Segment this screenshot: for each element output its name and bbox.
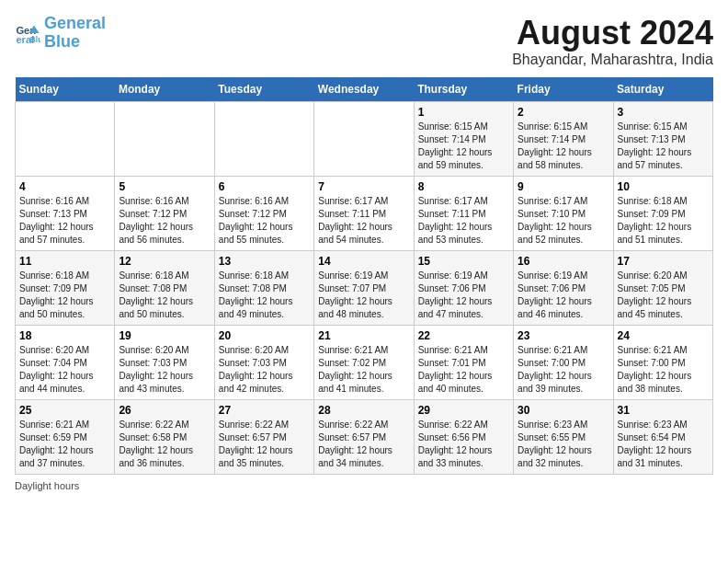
calendar-cell: 7Sunrise: 6:17 AM Sunset: 7:11 PM Daylig… — [314, 176, 414, 250]
day-number: 18 — [19, 329, 110, 342]
day-number: 22 — [418, 329, 509, 342]
day-number: 19 — [119, 329, 210, 342]
calendar-cell: 9Sunrise: 6:17 AM Sunset: 7:10 PM Daylig… — [514, 176, 613, 250]
footer-note: Daylight hours — [15, 480, 713, 491]
header: Gen eral Blue General Blue August 2024 B… — [15, 15, 713, 68]
calendar-cell: 22Sunrise: 6:21 AM Sunset: 7:01 PM Dayli… — [414, 325, 513, 399]
calendar-cell: 25Sunrise: 6:21 AM Sunset: 6:59 PM Dayli… — [16, 399, 115, 474]
day-number: 29 — [418, 404, 509, 417]
day-info: Sunrise: 6:18 AM Sunset: 7:09 PM Dayligh… — [618, 195, 709, 247]
day-number: 13 — [219, 255, 310, 268]
calendar-cell — [16, 101, 115, 176]
header-day-thursday: Thursday — [414, 77, 513, 102]
calendar-header-row: SundayMondayTuesdayWednesdayThursdayFrid… — [16, 77, 713, 102]
day-number: 8 — [418, 180, 509, 193]
calendar-cell: 31Sunrise: 6:23 AM Sunset: 6:54 PM Dayli… — [613, 399, 712, 474]
logo-text: General Blue — [44, 15, 106, 52]
main-title: August 2024 — [512, 15, 713, 52]
calendar-cell — [115, 101, 214, 176]
calendar-cell: 26Sunrise: 6:22 AM Sunset: 6:58 PM Dayli… — [115, 399, 214, 474]
day-info: Sunrise: 6:20 AM Sunset: 7:04 PM Dayligh… — [19, 344, 110, 396]
day-info: Sunrise: 6:16 AM Sunset: 7:12 PM Dayligh… — [219, 195, 310, 247]
header-day-tuesday: Tuesday — [214, 77, 313, 102]
header-day-monday: Monday — [115, 77, 214, 102]
calendar-table: SundayMondayTuesdayWednesdayThursdayFrid… — [15, 77, 713, 475]
day-number: 25 — [19, 404, 110, 417]
day-number: 20 — [219, 329, 310, 342]
day-number: 12 — [119, 255, 210, 268]
calendar-cell: 3Sunrise: 6:15 AM Sunset: 7:13 PM Daylig… — [613, 101, 712, 176]
day-number: 14 — [318, 255, 409, 268]
day-info: Sunrise: 6:22 AM Sunset: 6:58 PM Dayligh… — [119, 419, 210, 470]
calendar-cell — [314, 101, 414, 176]
day-info: Sunrise: 6:15 AM Sunset: 7:14 PM Dayligh… — [518, 121, 609, 172]
day-info: Sunrise: 6:21 AM Sunset: 7:00 PM Dayligh… — [618, 344, 709, 396]
calendar-cell: 14Sunrise: 6:19 AM Sunset: 7:07 PM Dayli… — [314, 250, 414, 325]
header-day-friday: Friday — [514, 77, 613, 102]
day-info: Sunrise: 6:21 AM Sunset: 7:01 PM Dayligh… — [418, 344, 509, 396]
day-info: Sunrise: 6:15 AM Sunset: 7:14 PM Dayligh… — [418, 121, 509, 172]
logo: Gen eral Blue General Blue — [15, 15, 106, 52]
day-info: Sunrise: 6:19 AM Sunset: 7:06 PM Dayligh… — [518, 270, 609, 321]
calendar-cell: 23Sunrise: 6:21 AM Sunset: 7:00 PM Dayli… — [514, 325, 613, 399]
day-number: 28 — [318, 404, 409, 417]
day-info: Sunrise: 6:17 AM Sunset: 7:11 PM Dayligh… — [318, 195, 409, 247]
day-info: Sunrise: 6:16 AM Sunset: 7:13 PM Dayligh… — [19, 195, 110, 247]
day-number: 5 — [119, 180, 210, 193]
day-number: 10 — [618, 180, 709, 193]
header-day-sunday: Sunday — [16, 77, 115, 102]
calendar-cell: 18Sunrise: 6:20 AM Sunset: 7:04 PM Dayli… — [16, 325, 115, 399]
calendar-cell: 12Sunrise: 6:18 AM Sunset: 7:08 PM Dayli… — [115, 250, 214, 325]
day-info: Sunrise: 6:17 AM Sunset: 7:11 PM Dayligh… — [418, 195, 509, 247]
calendar-cell: 24Sunrise: 6:21 AM Sunset: 7:00 PM Dayli… — [613, 325, 712, 399]
day-number: 31 — [618, 404, 709, 417]
day-info: Sunrise: 6:20 AM Sunset: 7:03 PM Dayligh… — [119, 344, 210, 396]
day-number: 17 — [618, 255, 709, 268]
day-number: 27 — [219, 404, 310, 417]
day-number: 1 — [418, 106, 509, 119]
svg-text:Blue: Blue — [30, 35, 40, 44]
day-info: Sunrise: 6:22 AM Sunset: 6:56 PM Dayligh… — [418, 419, 509, 470]
calendar-cell: 16Sunrise: 6:19 AM Sunset: 7:06 PM Dayli… — [514, 250, 613, 325]
calendar-week-2: 4Sunrise: 6:16 AM Sunset: 7:13 PM Daylig… — [16, 176, 713, 250]
day-number: 4 — [19, 180, 110, 193]
day-info: Sunrise: 6:16 AM Sunset: 7:12 PM Dayligh… — [119, 195, 210, 247]
day-info: Sunrise: 6:19 AM Sunset: 7:07 PM Dayligh… — [318, 270, 409, 321]
calendar-cell: 13Sunrise: 6:18 AM Sunset: 7:08 PM Dayli… — [214, 250, 313, 325]
day-info: Sunrise: 6:18 AM Sunset: 7:08 PM Dayligh… — [119, 270, 210, 321]
day-number: 9 — [518, 180, 609, 193]
day-info: Sunrise: 6:15 AM Sunset: 7:13 PM Dayligh… — [618, 121, 709, 172]
day-info: Sunrise: 6:21 AM Sunset: 7:02 PM Dayligh… — [318, 344, 409, 396]
calendar-week-5: 25Sunrise: 6:21 AM Sunset: 6:59 PM Dayli… — [16, 399, 713, 474]
calendar-week-4: 18Sunrise: 6:20 AM Sunset: 7:04 PM Dayli… — [16, 325, 713, 399]
calendar-cell: 29Sunrise: 6:22 AM Sunset: 6:56 PM Dayli… — [414, 399, 513, 474]
day-number: 2 — [518, 106, 609, 119]
header-day-wednesday: Wednesday — [314, 77, 414, 102]
calendar-cell: 19Sunrise: 6:20 AM Sunset: 7:03 PM Dayli… — [115, 325, 214, 399]
day-number: 16 — [518, 255, 609, 268]
calendar-cell: 4Sunrise: 6:16 AM Sunset: 7:13 PM Daylig… — [16, 176, 115, 250]
calendar-cell: 21Sunrise: 6:21 AM Sunset: 7:02 PM Dayli… — [314, 325, 414, 399]
calendar-week-1: 1Sunrise: 6:15 AM Sunset: 7:14 PM Daylig… — [16, 101, 713, 176]
calendar-cell: 2Sunrise: 6:15 AM Sunset: 7:14 PM Daylig… — [514, 101, 613, 176]
day-number: 3 — [618, 106, 709, 119]
day-info: Sunrise: 6:18 AM Sunset: 7:09 PM Dayligh… — [19, 270, 110, 321]
day-number: 24 — [618, 329, 709, 342]
calendar-cell: 5Sunrise: 6:16 AM Sunset: 7:12 PM Daylig… — [115, 176, 214, 250]
day-number: 30 — [518, 404, 609, 417]
calendar-cell — [214, 101, 313, 176]
calendar-cell: 20Sunrise: 6:20 AM Sunset: 7:03 PM Dayli… — [214, 325, 313, 399]
sub-title: Bhayandar, Maharashtra, India — [512, 52, 713, 68]
day-info: Sunrise: 6:18 AM Sunset: 7:08 PM Dayligh… — [219, 270, 310, 321]
calendar-cell: 8Sunrise: 6:17 AM Sunset: 7:11 PM Daylig… — [414, 176, 513, 250]
calendar-week-3: 11Sunrise: 6:18 AM Sunset: 7:09 PM Dayli… — [16, 250, 713, 325]
day-number: 21 — [318, 329, 409, 342]
calendar-cell: 11Sunrise: 6:18 AM Sunset: 7:09 PM Dayli… — [16, 250, 115, 325]
calendar-cell: 1Sunrise: 6:15 AM Sunset: 7:14 PM Daylig… — [414, 101, 513, 176]
title-section: August 2024 Bhayandar, Maharashtra, Indi… — [512, 15, 713, 68]
calendar-cell: 6Sunrise: 6:16 AM Sunset: 7:12 PM Daylig… — [214, 176, 313, 250]
day-number: 15 — [418, 255, 509, 268]
day-info: Sunrise: 6:19 AM Sunset: 7:06 PM Dayligh… — [418, 270, 509, 321]
day-number: 7 — [318, 180, 409, 193]
day-number: 26 — [119, 404, 210, 417]
